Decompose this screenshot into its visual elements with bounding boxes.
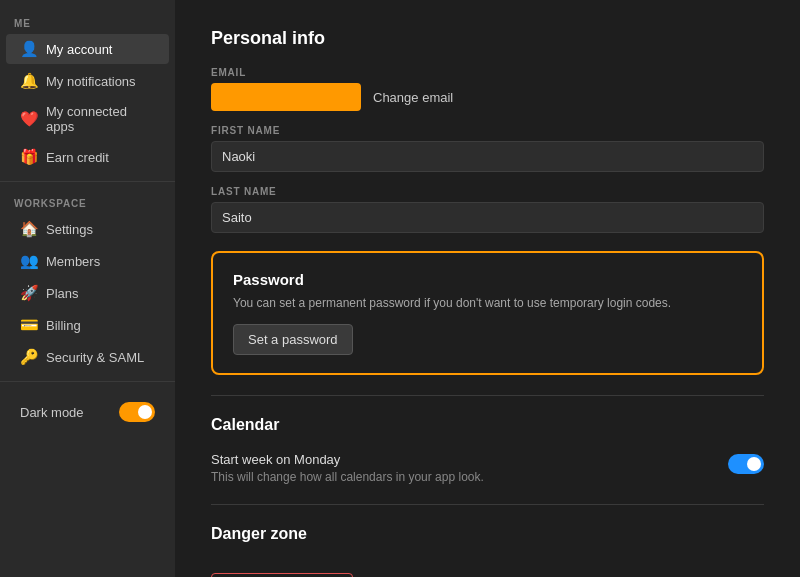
divider-2 — [211, 504, 764, 505]
sidebar-item-label: Plans — [46, 286, 79, 301]
earn-credit-icon: 🎁 — [20, 148, 38, 166]
notifications-icon: 🔔 — [20, 72, 38, 90]
sidebar-item-earn-credit[interactable]: 🎁 Earn credit — [6, 142, 169, 172]
calendar-row: Start week on Monday This will change ho… — [211, 452, 764, 484]
sidebar-item-label: Billing — [46, 318, 81, 333]
sidebar: ME 👤 My account 🔔 My notifications ❤️ My… — [0, 0, 175, 577]
email-row: Change email — [211, 83, 764, 111]
last-name-input[interactable] — [211, 202, 764, 233]
danger-zone: Danger zone Delete my account — [211, 525, 764, 577]
dark-mode-row: Dark mode — [6, 394, 169, 430]
password-description: You can set a permanent password if you … — [233, 296, 742, 310]
sidebar-item-label: Settings — [46, 222, 93, 237]
my-account-icon: 👤 — [20, 40, 38, 58]
members-icon: 👥 — [20, 252, 38, 270]
main-content: Personal info EMAIL Change email FIRST N… — [175, 0, 800, 577]
divider-1 — [211, 395, 764, 396]
sidebar-divider — [0, 181, 175, 182]
sidebar-item-settings[interactable]: 🏠 Settings — [6, 214, 169, 244]
set-password-button[interactable]: Set a password — [233, 324, 353, 355]
sidebar-item-label: Security & SAML — [46, 350, 144, 365]
billing-icon: 💳 — [20, 316, 38, 334]
sidebar-item-security-saml[interactable]: 🔑 Security & SAML — [6, 342, 169, 372]
personal-info-title: Personal info — [211, 28, 764, 49]
sidebar-item-my-account[interactable]: 👤 My account — [6, 34, 169, 64]
start-week-toggle[interactable] — [728, 454, 764, 474]
sidebar-item-label: My notifications — [46, 74, 136, 89]
password-title: Password — [233, 271, 742, 288]
dark-mode-label: Dark mode — [20, 405, 84, 420]
start-week-desc: This will change how all calendars in yo… — [211, 470, 484, 484]
calendar-section: Start week on Monday This will change ho… — [211, 452, 764, 484]
sidebar-item-billing[interactable]: 💳 Billing — [6, 310, 169, 340]
sidebar-item-my-connected-apps[interactable]: ❤️ My connected apps — [6, 98, 169, 140]
sidebar-item-members[interactable]: 👥 Members — [6, 246, 169, 276]
me-section-label: ME — [0, 10, 175, 33]
sidebar-item-label: Earn credit — [46, 150, 109, 165]
calendar-title: Calendar — [211, 416, 764, 434]
email-label: EMAIL — [211, 67, 764, 78]
dark-mode-toggle[interactable] — [119, 402, 155, 422]
connected-apps-icon: ❤️ — [20, 110, 38, 128]
workspace-section-label: WORKSPACE — [0, 190, 175, 213]
settings-icon: 🏠 — [20, 220, 38, 238]
last-name-label: LAST NAME — [211, 186, 764, 197]
calendar-text: Start week on Monday This will change ho… — [211, 452, 484, 484]
sidebar-item-plans[interactable]: 🚀 Plans — [6, 278, 169, 308]
plans-icon: 🚀 — [20, 284, 38, 302]
danger-zone-title: Danger zone — [211, 525, 764, 543]
password-box: Password You can set a permanent passwor… — [211, 251, 764, 375]
change-email-link[interactable]: Change email — [373, 90, 453, 105]
security-icon: 🔑 — [20, 348, 38, 366]
sidebar-divider-2 — [0, 381, 175, 382]
delete-account-button[interactable]: Delete my account — [211, 573, 353, 577]
start-week-label: Start week on Monday — [211, 452, 484, 467]
sidebar-item-label: My account — [46, 42, 112, 57]
email-bar — [211, 83, 361, 111]
first-name-input[interactable] — [211, 141, 764, 172]
sidebar-item-my-notifications[interactable]: 🔔 My notifications — [6, 66, 169, 96]
sidebar-item-label: Members — [46, 254, 100, 269]
sidebar-item-label: My connected apps — [46, 104, 155, 134]
first-name-label: FIRST NAME — [211, 125, 764, 136]
